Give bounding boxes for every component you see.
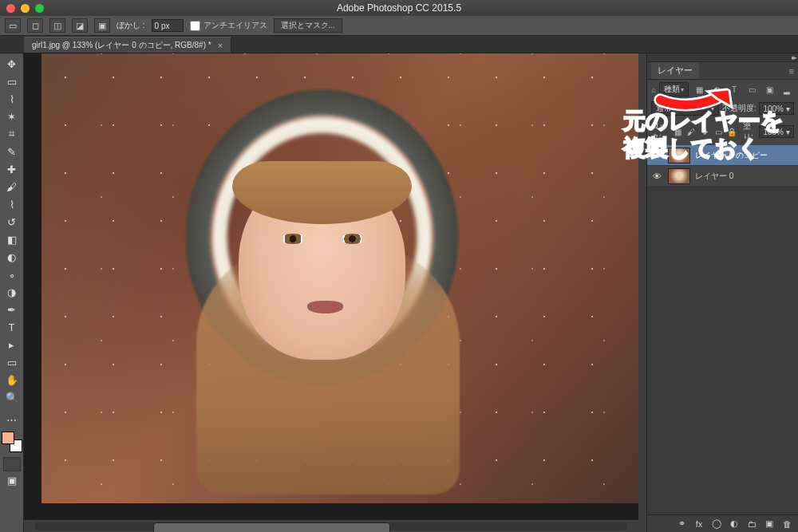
move-tool-icon[interactable]: ✥	[2, 55, 22, 73]
document-tab-strip: girl1.jpg @ 133% (レイヤー 0 のコピー, RGB/8#) *…	[0, 36, 798, 53]
opacity-label: 不透明度:	[722, 103, 757, 114]
layer-row[interactable]: 👁 レイヤー 0 のコピー	[647, 145, 798, 166]
new-group-icon[interactable]: 🗀	[745, 519, 758, 529]
new-layer-icon[interactable]: ▣	[763, 518, 776, 529]
select-and-mask-label: 選択とマスク...	[281, 20, 335, 31]
window-zoom-button[interactable]	[35, 4, 44, 13]
fill-label: 塗り:	[743, 120, 756, 143]
app-title: Adobe Photoshop CC 2015.5	[0, 2, 798, 14]
brush-tool-icon[interactable]: 🖌	[2, 178, 22, 195]
layer-fx-icon[interactable]: fx	[693, 519, 705, 529]
vertical-scrollbar[interactable]	[638, 53, 646, 532]
layer-kind-filter-label: 種類	[664, 84, 680, 95]
feather-label: ぼかし :	[117, 20, 145, 31]
layer-mask-icon[interactable]: ◯	[710, 518, 723, 529]
window-minimize-button[interactable]	[21, 4, 30, 13]
color-swatches[interactable]	[2, 432, 22, 452]
lock-artboard-icon[interactable]: ▭	[713, 125, 724, 138]
lock-all-icon[interactable]: 🔒	[726, 125, 737, 138]
edit-toolbar-icon[interactable]: ⋯	[2, 411, 22, 428]
selection-new-icon[interactable]: ◻	[27, 18, 43, 33]
eraser-tool-icon[interactable]: ◧	[2, 231, 22, 248]
right-panel-dock: ▸▸ レイヤー ≡ ⌕ 種類 ▾ ▦ ◐ T ▭ ▣ ▂	[646, 53, 798, 532]
layer-kind-filter[interactable]: 種類 ▾	[659, 82, 689, 97]
close-tab-icon[interactable]: ×	[218, 41, 223, 50]
lock-pixels-icon[interactable]: 🖌	[686, 125, 697, 138]
selection-add-icon[interactable]: ◫	[49, 18, 65, 33]
window-close-button[interactable]	[6, 4, 15, 13]
layer-thumbnail[interactable]	[668, 148, 690, 164]
filter-pixel-icon[interactable]: ▦	[692, 83, 706, 96]
eyedropper-tool-icon[interactable]: ✎	[2, 143, 22, 160]
layers-panel-title: レイヤー	[651, 62, 699, 79]
opacity-input[interactable]: 100%▾	[759, 102, 794, 115]
selection-intersect-icon[interactable]: ▣	[94, 18, 110, 33]
toolbox: ✥ ▭ ⌇ ✶ ⌗ ✎ ✚ 🖌 ⌇ ↺ ◧ ◐ ∘ ◑ ✒ T ▸ ▭ ✋ 🔍 …	[0, 53, 24, 532]
blend-mode-label: 通常	[656, 103, 672, 114]
blur-tool-icon[interactable]: ∘	[2, 266, 22, 283]
filter-type-icon[interactable]: T	[727, 83, 741, 96]
filter-smart-icon[interactable]: ▣	[762, 83, 776, 96]
visibility-toggle-icon[interactable]: 👁	[650, 151, 663, 160]
antialias-label: アンチエイリアス	[203, 20, 267, 31]
document-tab[interactable]: girl1.jpg @ 133% (レイヤー 0 のコピー, RGB/8#) *…	[24, 37, 231, 53]
history-brush-tool-icon[interactable]: ↺	[2, 213, 22, 231]
hand-tool-icon[interactable]: ✋	[2, 371, 22, 388]
healing-tool-icon[interactable]: ✚	[2, 160, 22, 178]
opacity-value: 100%	[763, 104, 784, 113]
link-layers-icon[interactable]: ⚭	[675, 518, 688, 529]
zoom-tool-icon[interactable]: 🔍	[2, 388, 22, 406]
filter-toggle-icon[interactable]: ▂	[780, 83, 794, 96]
layer-thumbnail[interactable]	[668, 168, 690, 184]
blend-mode-select[interactable]: 通常 ▾	[651, 101, 719, 116]
window-titlebar: Adobe Photoshop CC 2015.5	[0, 0, 798, 16]
visibility-toggle-icon[interactable]: 👁	[650, 171, 663, 181]
shape-tool-icon[interactable]: ▭	[2, 353, 22, 371]
document-canvas[interactable]	[24, 53, 638, 519]
photo-content	[41, 53, 638, 503]
panel-dock-header: ▸▸	[647, 53, 798, 61]
antialias-checkbox[interactable]: アンチエイリアス	[190, 20, 267, 31]
screen-mode-icon[interactable]: ▣	[2, 471, 22, 489]
quick-mask-icon[interactable]	[3, 457, 21, 471]
document-tab-title: girl1.jpg @ 133% (レイヤー 0 のコピー, RGB/8#) *	[32, 40, 211, 51]
delete-layer-icon[interactable]: 🗑	[780, 519, 793, 529]
foreground-color-swatch[interactable]	[2, 432, 14, 444]
lock-transparent-icon[interactable]: ▦	[673, 125, 683, 138]
layer-list: 👁 レイヤー 0 のコピー 👁 レイヤー 0	[647, 145, 798, 187]
filter-adjust-icon[interactable]: ◐	[709, 83, 724, 96]
antialias-checkbox-input[interactable]	[190, 21, 200, 31]
type-tool-icon[interactable]: T	[2, 318, 22, 336]
layers-panel: レイヤー ≡ ⌕ 種類 ▾ ▦ ◐ T ▭ ▣ ▂ 通常 ▾	[647, 61, 798, 187]
layers-panel-footer: ⚭ fx ◯ ◐ 🗀 ▣ 🗑	[647, 514, 798, 532]
layers-panel-tab[interactable]: レイヤー ≡	[647, 62, 798, 80]
feather-input[interactable]	[152, 19, 184, 32]
layer-name: レイヤー 0	[695, 171, 733, 182]
filter-shape-icon[interactable]: ▭	[745, 83, 759, 96]
selection-subtract-icon[interactable]: ◪	[72, 18, 88, 33]
fill-value: 100%	[763, 128, 784, 136]
crop-tool-icon[interactable]: ⌗	[2, 125, 22, 143]
tool-preset-icon[interactable]: ▭	[5, 18, 21, 33]
horizontal-scrollbar[interactable]	[24, 519, 638, 532]
lock-label: ロック:	[651, 120, 670, 143]
panel-menu-icon[interactable]: ≡	[789, 66, 794, 76]
marquee-tool-icon[interactable]: ▭	[2, 73, 22, 90]
options-bar: ▭ ◻ ◫ ◪ ▣ ぼかし : アンチエイリアス 選択とマスク...	[0, 16, 798, 36]
layer-name: レイヤー 0 のコピー	[695, 150, 768, 161]
collapse-panels-icon[interactable]: ▸▸	[792, 53, 795, 61]
select-and-mask-button[interactable]: 選択とマスク...	[274, 18, 342, 33]
clone-stamp-tool-icon[interactable]: ⌇	[2, 195, 22, 213]
lasso-tool-icon[interactable]: ⌇	[2, 90, 22, 108]
lock-position-icon[interactable]: ✥	[700, 125, 710, 138]
layer-row[interactable]: 👁 レイヤー 0	[647, 166, 798, 187]
path-select-tool-icon[interactable]: ▸	[2, 336, 22, 353]
quick-select-tool-icon[interactable]: ✶	[2, 108, 22, 125]
pen-tool-icon[interactable]: ✒	[2, 301, 22, 318]
dodge-tool-icon[interactable]: ◑	[2, 283, 22, 301]
adjustment-layer-icon[interactable]: ◐	[728, 518, 741, 529]
gradient-tool-icon[interactable]: ◐	[2, 248, 22, 266]
canvas-area	[24, 53, 638, 532]
fill-input[interactable]: 100%▾	[759, 125, 794, 138]
